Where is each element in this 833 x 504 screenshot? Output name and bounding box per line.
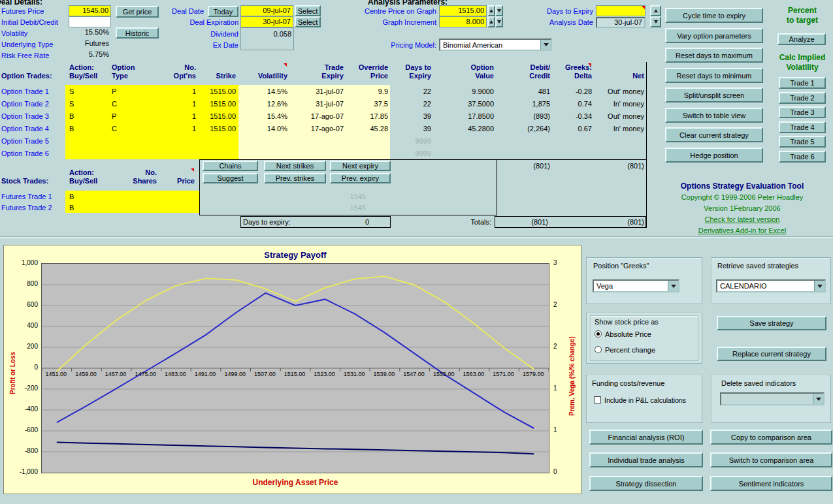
deal-expiration-label: Deal Expiration	[150, 18, 238, 26]
deal-date-field[interactable]: 09-jul-07	[240, 5, 293, 16]
prev-expiry-button[interactable]: Prev. expiry	[330, 173, 391, 183]
deal-expiration-field[interactable]: 30-jul-07	[240, 16, 293, 27]
financial-analysis-roi-button[interactable]: Financial analysis (ROI)	[589, 430, 703, 445]
option-cell-qty[interactable]: 1	[149, 112, 196, 120]
option-cell-action[interactable]: S	[69, 87, 103, 95]
vary-option-parameters-button[interactable]: Vary option parameters	[665, 28, 763, 43]
switch-to-comparison-area-button[interactable]: Switch to comparison area	[710, 452, 832, 467]
y-axis-right-tick-label: 0	[553, 468, 568, 475]
option-cell-strike[interactable]: 1515.00	[198, 87, 236, 95]
option-cell-expiry[interactable]: 31-jul-07	[291, 100, 344, 108]
reset-days-to-maximum-button[interactable]: Reset days to maximum	[665, 48, 763, 63]
analyze-button[interactable]: Analyze	[777, 33, 826, 45]
option-cell-vol[interactable]: 12.6%	[239, 100, 287, 108]
option-cell-strike[interactable]: 1515.00	[198, 112, 236, 120]
deal-expiration-select-button[interactable]: Select	[295, 16, 321, 27]
option-cell-action[interactable]: B	[69, 112, 103, 120]
days-to-expiry-bottom-value: 0	[314, 218, 369, 226]
next-strikes-button[interactable]: Next strikes	[264, 161, 326, 171]
option-cell-type[interactable]: P	[112, 87, 146, 95]
percent-change-radio[interactable]	[595, 346, 602, 353]
ex-date-label: Ex Date	[150, 41, 238, 49]
reset-days-to-minimum-button[interactable]: Reset days to minimum	[665, 68, 763, 83]
days-spinner-down[interactable]	[650, 16, 661, 27]
graph-increment-spinner-down[interactable]	[495, 16, 503, 27]
switch-to-table-view-button[interactable]: Switch to table view	[665, 108, 763, 123]
option-cell-vol[interactable]: 14.5%	[239, 87, 287, 95]
hedge-position-button[interactable]: Hedge position	[665, 148, 763, 163]
save-strategy-button[interactable]: Save strategy	[717, 316, 826, 330]
trade-1-button[interactable]: Trade 1	[779, 77, 826, 89]
y-axis-right-tick-label: 1	[553, 385, 568, 392]
pricing-model-dropdown[interactable]: Binomial American	[439, 39, 552, 51]
option-cell-qty[interactable]: 1	[149, 125, 196, 133]
trade-5-button[interactable]: Trade 5	[779, 136, 826, 148]
dropdown-arrow-icon[interactable]	[540, 40, 551, 50]
option-cell-action[interactable]: S	[69, 100, 103, 108]
stock-row-input[interactable]	[65, 191, 199, 202]
deal-date-select-button[interactable]: Select	[295, 5, 321, 16]
trade-6-button[interactable]: Trade 6	[779, 151, 826, 163]
option-cell-override[interactable]: 17.85	[345, 112, 388, 120]
check-latest-version-link[interactable]: Check for latest version	[653, 214, 831, 225]
option-header-days-line1: Days to	[391, 63, 431, 71]
option-cell-type[interactable]: P	[112, 112, 146, 120]
greeks-dropdown[interactable]: Vega	[593, 279, 679, 292]
strategy-dissection-button[interactable]: Strategy dissection	[589, 476, 703, 491]
option-trade-row-label: Option Trade 5	[1, 137, 64, 145]
copy-to-comparison-area-button[interactable]: Copy to comparison area	[710, 430, 832, 445]
option-cell-strike[interactable]: 1515.00	[198, 125, 236, 133]
option-cell-strike[interactable]: 1515.00	[198, 100, 236, 108]
graph-increment-spinner-up[interactable]	[487, 16, 495, 27]
suggest-button[interactable]: Suggest	[203, 173, 258, 183]
delete-saved-dropdown[interactable]	[720, 392, 825, 405]
option-cell-vol[interactable]: 15.4%	[239, 112, 287, 120]
today-button[interactable]: Today	[208, 6, 238, 17]
sentiment-indicators-button[interactable]: Sentiment indicators	[710, 476, 832, 491]
dropdown-arrow-icon[interactable]	[814, 281, 825, 291]
option-cell-override[interactable]: 9.9	[345, 87, 388, 95]
days-spinner-up[interactable]	[650, 5, 661, 16]
option-cell-expiry[interactable]: 31-jul-07	[291, 87, 344, 95]
option-header-value-line2: Value	[434, 72, 494, 80]
option-cell-qty[interactable]: 1	[149, 87, 196, 95]
dropdown-arrow-icon[interactable]	[813, 394, 823, 404]
y-axis-left-tick-label: 1,000	[9, 259, 38, 266]
option-cell-expiry[interactable]: 17-ago-07	[291, 125, 344, 133]
option-cell-qty[interactable]: 1	[149, 100, 196, 108]
futures-price-value[interactable]: 1545.00	[69, 5, 111, 16]
chains-button[interactable]: Chains	[203, 161, 258, 171]
option-cell-override[interactable]: 45.28	[345, 125, 388, 133]
saved-strategies-dropdown[interactable]: CALENDARIO	[716, 279, 826, 292]
include-funding-checkbox[interactable]	[594, 396, 601, 403]
option-header-delta-line2: Delta	[553, 72, 592, 80]
trade-2-button[interactable]: Trade 2	[779, 92, 826, 104]
option-cell-expiry[interactable]: 17-ago-07	[291, 112, 344, 120]
dropdown-arrow-icon[interactable]	[668, 281, 678, 291]
days-to-expiry-field[interactable]	[596, 5, 645, 16]
stock-action-cell[interactable]: B	[69, 193, 74, 200]
centre-price-field[interactable]: 1515.00	[439, 5, 487, 16]
trade-3-button[interactable]: Trade 3	[779, 106, 826, 118]
stock-action-cell[interactable]: B	[69, 204, 74, 212]
prev-strikes-button[interactable]: Prev. strikes	[264, 173, 326, 183]
option-cell-type[interactable]: C	[112, 125, 146, 133]
cycle-time-to-expiry-button[interactable]: Cycle time to expiry	[665, 8, 763, 23]
split-unsplit-screen-button[interactable]: Split/unsplit screen	[665, 87, 763, 102]
initial-debit-credit-value[interactable]	[69, 16, 111, 27]
trade-4-button[interactable]: Trade 4	[779, 121, 826, 133]
option-cell-type[interactable]: C	[112, 100, 146, 108]
centre-price-spinner-down[interactable]	[495, 5, 503, 16]
stock-row-input[interactable]	[65, 202, 199, 213]
next-expiry-button[interactable]: Next expiry	[330, 161, 391, 171]
option-cell-vol[interactable]: 14.0%	[239, 125, 287, 133]
individual-trade-analysis-button[interactable]: Individual trade analysis	[589, 452, 703, 467]
option-cell-override[interactable]: 37.5	[345, 100, 388, 108]
replace-current-strategy-button[interactable]: Replace current strategy	[717, 347, 826, 361]
centre-price-spinner-up[interactable]	[487, 5, 495, 16]
graph-increment-field[interactable]: 8.000	[439, 16, 487, 27]
option-cell-action[interactable]: B	[69, 125, 103, 133]
derivatives-addin-link[interactable]: Derivatives Add-in for Excel	[653, 225, 831, 236]
clear-current-strategy-button[interactable]: Clear current strategy	[665, 127, 763, 142]
absolute-price-radio[interactable]	[595, 330, 602, 338]
